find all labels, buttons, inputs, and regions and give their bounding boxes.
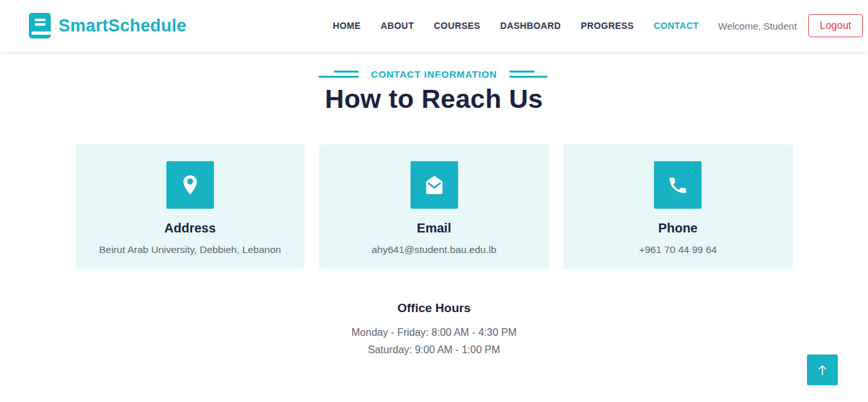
nav-item-home[interactable]: HOME bbox=[333, 21, 361, 31]
nav-item-courses[interactable]: COURSES bbox=[434, 21, 480, 31]
office-hours-line-saturday: Saturday: 9:00 AM - 1:00 PM bbox=[0, 341, 868, 358]
card-title-address: Address bbox=[76, 221, 305, 236]
contact-card-email: Email ahy641@student.bau.edu.lb bbox=[319, 144, 549, 269]
office-hours: Office Hours Monday - Friday: 8:00 AM - … bbox=[0, 301, 868, 358]
nav-item-about[interactable]: ABOUT bbox=[381, 21, 414, 31]
header: SmartSchedule HOME ABOUT COURSES DASHBOA… bbox=[0, 0, 868, 51]
office-hours-line-weekdays: Monday - Friday: 8:00 AM - 4:30 PM bbox=[0, 324, 868, 341]
brand-name: SmartSchedule bbox=[58, 16, 186, 36]
main-nav: HOME ABOUT COURSES DASHBOARD PROGRESS CO… bbox=[333, 21, 699, 31]
decorative-lines-right bbox=[509, 71, 549, 78]
phone-icon bbox=[654, 161, 702, 209]
book-icon bbox=[29, 13, 51, 39]
contact-section: CONTACT INFORMATION How to Reach Us Addr… bbox=[0, 69, 868, 358]
office-hours-title: Office Hours bbox=[0, 301, 868, 315]
card-title-email: Email bbox=[319, 221, 549, 236]
envelope-open-icon bbox=[411, 161, 458, 209]
contact-card-phone: Phone +961 70 44 99 64 bbox=[563, 144, 793, 269]
scroll-to-top-button[interactable] bbox=[807, 354, 838, 385]
welcome-text: Welcome, Student bbox=[718, 21, 797, 31]
brand[interactable]: SmartSchedule bbox=[29, 13, 186, 39]
card-text-email: ahy641@student.bau.edu.lb bbox=[319, 244, 549, 256]
nav-item-progress[interactable]: PROGRESS bbox=[581, 21, 634, 31]
page-title: How to Reach Us bbox=[0, 84, 868, 114]
arrow-up-icon bbox=[815, 363, 829, 377]
decorative-lines-left bbox=[319, 71, 359, 78]
section-eyebrow-row: CONTACT INFORMATION bbox=[0, 69, 868, 80]
nav-item-dashboard[interactable]: DASHBOARD bbox=[500, 21, 561, 31]
card-text-address: Beirut Arab University, Debbieh, Lebanon bbox=[76, 244, 305, 256]
nav-item-contact[interactable]: CONTACT bbox=[654, 21, 699, 31]
logout-button[interactable]: Logout bbox=[808, 14, 863, 37]
contact-card-address: Address Beirut Arab University, Debbieh,… bbox=[76, 144, 305, 269]
section-eyebrow: CONTACT INFORMATION bbox=[371, 69, 497, 80]
card-text-phone: +961 70 44 99 64 bbox=[563, 244, 793, 256]
map-pin-icon bbox=[166, 161, 214, 209]
contact-cards: Address Beirut Arab University, Debbieh,… bbox=[76, 144, 793, 269]
card-title-phone: Phone bbox=[563, 221, 793, 236]
